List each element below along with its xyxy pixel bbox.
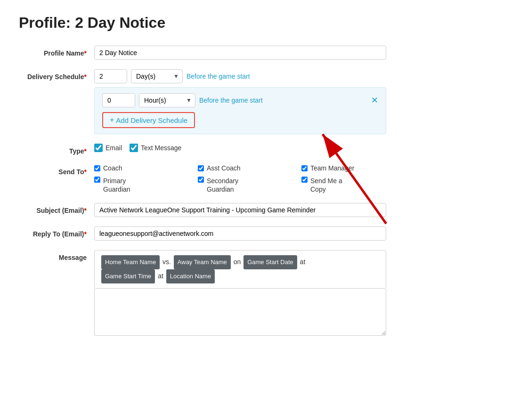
send-to-coach-label: Coach [103, 164, 122, 172]
subject-email-label: Subject (Email)* [19, 203, 94, 214]
type-text-item: Text Message [130, 144, 181, 152]
before-game-text: Before the game start [187, 73, 250, 80]
send-to-asst-coach-label: Asst Coach [207, 164, 241, 172]
type-text-label: Text Message [141, 144, 181, 152]
profile-name-label: Profile Name* [19, 46, 94, 57]
send-to-coach-checkbox[interactable] [94, 165, 100, 171]
hours-input[interactable] [102, 93, 135, 107]
send-to-primary-guardian: PrimaryGuardian [94, 177, 188, 194]
send-to-send-me-copy: Send Me aCopy [301, 177, 396, 194]
hours-unit-select[interactable]: Hour(s) Minute(s) [139, 93, 195, 107]
type-email-item: Email [94, 144, 122, 152]
message-label: Message [19, 250, 94, 261]
send-to-asst-coach: Asst Coach [198, 164, 292, 172]
plus-icon: + [110, 116, 114, 124]
type-label: Type* [19, 144, 94, 155]
tag-game-start-date: Game Start Date [243, 255, 297, 269]
send-to-coach: Coach [94, 164, 188, 172]
page-title: Profile: 2 Day Notice [19, 14, 492, 32]
send-to-secondary-guardian: SecondaryGuardian [198, 177, 292, 194]
send-to-send-me-copy-checkbox[interactable] [301, 177, 308, 183]
tag-home-team-name: Home Team Name [101, 255, 160, 269]
subject-email-input[interactable] [94, 203, 386, 217]
send-to-team-manager-checkbox[interactable] [301, 165, 308, 171]
tag-game-start-time: Game Start Time [101, 269, 155, 283]
send-to-secondary-guardian-label: SecondaryGuardian [207, 177, 238, 194]
send-to-primary-guardian-label: PrimaryGuardian [103, 177, 130, 194]
profile-name-input[interactable] [94, 46, 386, 60]
type-text-checkbox[interactable] [130, 144, 138, 152]
remove-schedule-button[interactable]: ✕ [371, 95, 378, 105]
message-tags-area: Home Team Name vs. Away Team Name on Gam… [94, 250, 386, 289]
days-unit-select[interactable]: Day(s) Week(s) Month(s) [131, 69, 183, 83]
add-schedule-label: Add Delivery Schedule [116, 116, 187, 124]
additional-schedule-box: Hour(s) Minute(s) ▼ Before the game star… [94, 87, 386, 134]
send-to-team-manager-label: Team Manager [310, 164, 354, 172]
send-to-secondary-guardian-checkbox[interactable] [198, 177, 204, 183]
send-to-send-me-copy-label: Send Me aCopy [310, 177, 342, 194]
before-game-text-2: Before the game start [199, 97, 263, 104]
add-delivery-schedule-button[interactable]: + Add Delivery Schedule [102, 112, 195, 128]
send-to-label: Send To* [19, 164, 94, 176]
message-textarea[interactable] [94, 289, 386, 336]
send-to-primary-guardian-checkbox[interactable] [94, 177, 100, 183]
reply-to-input[interactable] [94, 226, 386, 241]
type-email-label: Email [105, 144, 122, 152]
send-to-team-manager: Team Manager [301, 164, 396, 172]
days-input[interactable] [94, 69, 127, 83]
reply-to-label: Reply To (Email)* [19, 226, 94, 238]
type-email-checkbox[interactable] [94, 144, 103, 152]
send-to-asst-coach-checkbox[interactable] [198, 165, 204, 171]
tag-location-name: Location Name [166, 269, 215, 283]
delivery-schedule-label: Delivery Schedule* [19, 69, 94, 81]
message-content: Home Team Name vs. Away Team Name on Gam… [94, 250, 386, 337]
tag-away-team-name: Away Team Name [174, 255, 231, 269]
